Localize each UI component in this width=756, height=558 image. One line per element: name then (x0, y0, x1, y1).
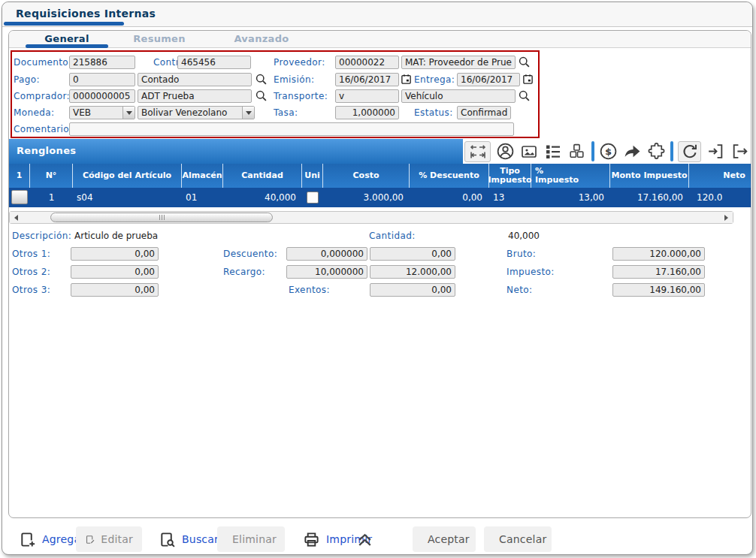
puzzle-icon[interactable] (646, 141, 666, 162)
exentos-field[interactable] (370, 283, 455, 297)
forward-arrow-icon[interactable] (622, 141, 642, 162)
transporte-search-icon[interactable] (518, 89, 531, 102)
neto-label: Neto: (507, 285, 532, 295)
uni-checkbox[interactable] (307, 192, 319, 204)
renglones-title: Renglones (17, 145, 76, 156)
entrega-field[interactable] (457, 73, 520, 86)
documento-field[interactable] (69, 56, 135, 69)
delete-button[interactable]: Eliminar (217, 526, 285, 552)
descuento-monto-field[interactable] (370, 247, 455, 261)
dollar-icon[interactable]: $ (599, 141, 618, 162)
cell-numero: 1 (30, 188, 73, 207)
grid-column-pct-impuesto[interactable]: % Impuesto (531, 167, 573, 185)
grid-column-codigo[interactable]: Código del Artículo (73, 164, 182, 188)
emision-calendar-icon[interactable] (401, 74, 412, 85)
tasa-label: Tasa: (274, 107, 298, 118)
toolbar-separator (591, 141, 594, 161)
cell-neto: 120.000,00 (697, 188, 722, 207)
row-selector-cell[interactable] (11, 190, 28, 204)
comentario-field[interactable] (69, 122, 514, 136)
recargo-pct-field[interactable] (286, 265, 367, 279)
tab-general[interactable]: General (26, 33, 108, 44)
estatus-field[interactable] (457, 106, 511, 119)
cell-pct-descuento: 0,00 (410, 188, 482, 207)
proveedor-name-field[interactable] (401, 56, 516, 69)
moneda-code-dropdown[interactable]: VEB (69, 106, 135, 119)
pago-name-field[interactable] (138, 73, 252, 86)
search-button[interactable]: Buscar (150, 526, 228, 552)
scrollbar-thumb[interactable] (50, 213, 273, 222)
tasa-field[interactable] (335, 106, 399, 119)
comprador-search-icon[interactable] (255, 89, 268, 102)
user-icon[interactable] (495, 141, 515, 162)
grid-column-selector[interactable]: 1 (9, 164, 30, 188)
scroll-right-icon[interactable] (721, 212, 733, 223)
edit-button[interactable]: Editar (76, 526, 142, 552)
grid-column-neto[interactable]: Neto (689, 164, 751, 188)
grid-horizontal-scrollbar[interactable] (9, 211, 733, 224)
exentos-label: Exentos: (289, 285, 330, 295)
grid-column-tipo-impuesto[interactable]: Tipo Impuesto (489, 164, 531, 188)
title-bar: Requisiciones Internas (2, 2, 752, 27)
fit-columns-icon[interactable] (464, 141, 491, 162)
transporte-name-field[interactable] (401, 89, 516, 103)
grid-column-almacen[interactable]: Almacén (182, 164, 223, 188)
moneda-code-dropdown-button[interactable] (122, 107, 135, 119)
grid-column-uni[interactable]: Uni (302, 164, 323, 188)
collapse-button[interactable] (352, 526, 377, 552)
recargo-monto-field[interactable] (370, 265, 455, 279)
tab-strip: General Resumen Avanzado (9, 31, 751, 48)
pago-code-field[interactable] (69, 73, 135, 86)
control-field[interactable] (177, 56, 251, 69)
screen: Requisiciones Internas General Resumen A… (0, 0, 756, 558)
pago-search-icon[interactable] (255, 73, 268, 86)
comprador-name-field[interactable] (138, 89, 252, 103)
moneda-name-dropdown-button[interactable] (242, 107, 254, 119)
descuento-pct-field[interactable] (286, 247, 367, 261)
app-window: Requisiciones Internas General Resumen A… (2, 2, 753, 555)
cell-pct-impuesto: 13,00 (531, 188, 604, 207)
entrega-calendar-icon[interactable] (522, 74, 534, 85)
impuesto-field[interactable] (612, 265, 705, 279)
grid-column-costo[interactable]: Costo (323, 164, 410, 188)
tab-avanzado[interactable]: Avanzado (231, 33, 292, 44)
table-row[interactable]: 1 s04 01 40,000 3.000,00 0,00 13 13,00 1… (9, 188, 751, 207)
grid-column-numero[interactable]: N° (30, 164, 73, 188)
proveedor-search-icon[interactable] (518, 56, 531, 68)
neto-field[interactable] (612, 283, 705, 297)
cancel-button-label: Cancelar (499, 533, 546, 545)
cancel-button[interactable]: Cancelar (484, 526, 552, 552)
scroll-left-icon[interactable] (10, 212, 22, 223)
documento-label: Documento: (14, 57, 72, 68)
cell-monto-impuesto: 17.160,00 (610, 188, 683, 207)
moneda-name-dropdown[interactable]: Bolivar Venezolano (138, 106, 255, 119)
tab-resumen[interactable]: Resumen (129, 33, 189, 44)
moneda-code-value: VEB (70, 107, 122, 118)
transporte-code-field[interactable] (335, 89, 399, 103)
otros2-field[interactable] (71, 265, 159, 279)
refresh-icon[interactable] (678, 141, 702, 162)
list-icon[interactable] (543, 141, 563, 162)
export-icon[interactable] (730, 141, 749, 162)
entrega-label: Entrega: (414, 74, 455, 85)
cubes-icon[interactable] (567, 141, 587, 162)
otros3-label: Otros 3: (12, 285, 50, 295)
image-icon[interactable] (519, 141, 539, 162)
proveedor-code-field[interactable] (335, 56, 399, 69)
comprador-code-field[interactable] (69, 89, 135, 103)
grid-column-cantidad[interactable]: Cantidad (223, 164, 302, 188)
grid-column-descuento[interactable]: % Descuento (410, 164, 489, 188)
otros3-field[interactable] (71, 283, 159, 297)
accept-button[interactable]: Aceptar (413, 526, 476, 552)
renglones-section-header: Renglones (9, 139, 463, 164)
emision-field[interactable] (335, 73, 399, 86)
comprador-label: Comprador: (14, 91, 70, 101)
toolbar-separator (670, 141, 673, 161)
grid-column-monto-impuesto[interactable]: Monto Impuesto (610, 164, 689, 188)
descripcion-value: Articulo de prueba (74, 231, 158, 241)
import-icon[interactable] (706, 141, 725, 162)
recargo-label: Recargo: (223, 267, 265, 277)
otros1-field[interactable] (71, 247, 159, 261)
bruto-field[interactable] (612, 247, 705, 261)
cell-codigo: s04 (77, 188, 178, 207)
